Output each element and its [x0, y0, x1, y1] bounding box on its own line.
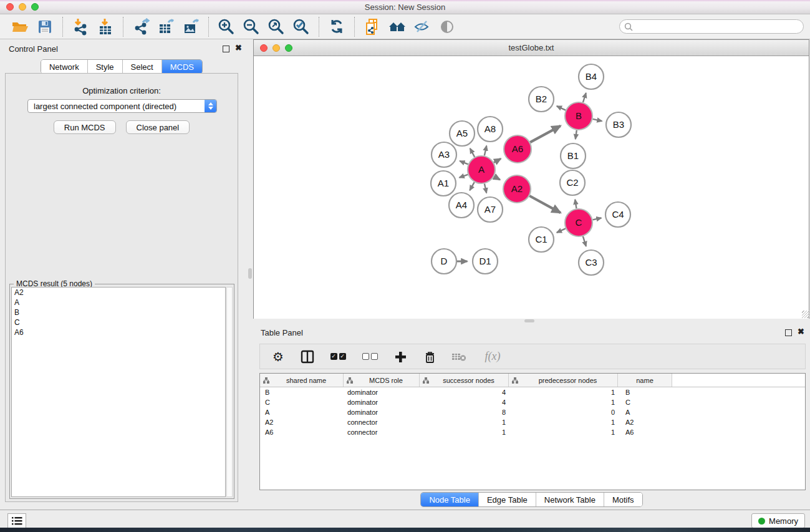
run-mcds-button[interactable]: Run MCDS	[54, 120, 116, 134]
mcds-result-item[interactable]: A2	[12, 288, 225, 297]
tab-style[interactable]: Style	[87, 60, 122, 74]
search-field[interactable]	[619, 19, 804, 34]
graph-node-B3[interactable]: B3	[606, 112, 631, 137]
deselect-all-checks-icon[interactable]	[360, 349, 379, 365]
graph-node-C3[interactable]: C3	[579, 250, 604, 275]
float-table-panel-icon[interactable]	[785, 329, 792, 336]
graph-edge-A-A6[interactable]	[494, 158, 501, 162]
graph-node-B4[interactable]: B4	[579, 64, 604, 89]
mcds-result-list[interactable]: A2ABCA6	[11, 287, 226, 497]
export-image-icon[interactable]	[180, 17, 201, 37]
mcds-result-item[interactable]: A6	[12, 327, 225, 337]
tab-network-table[interactable]: Network Table	[536, 493, 604, 506]
tab-mcds[interactable]: MCDS	[162, 60, 202, 74]
column-header-predecessor-nodes[interactable]: predecessor nodes	[509, 374, 618, 387]
table-row[interactable]: Adominator80A	[260, 407, 805, 417]
import-network-icon[interactable]	[70, 17, 91, 37]
tab-motifs[interactable]: Motifs	[604, 493, 642, 506]
graph-node-A5[interactable]: A5	[450, 121, 475, 146]
task-history-button[interactable]	[7, 513, 26, 528]
hide-details-eye-icon[interactable]	[412, 17, 433, 37]
delete-column-icon[interactable]	[422, 349, 438, 365]
save-session-icon[interactable]	[34, 17, 55, 37]
table-row[interactable]: A6connector11A6	[260, 427, 805, 437]
window-resize-grip[interactable]	[802, 311, 809, 318]
graph-node-A[interactable]: A	[468, 156, 495, 183]
column-layout-icon[interactable]	[299, 349, 316, 365]
graph-edge-A-A3[interactable]	[460, 161, 468, 164]
graph-node-A6[interactable]: A6	[504, 135, 531, 163]
graph-edge-C-C2[interactable]	[575, 200, 576, 208]
graph-node-A8[interactable]: A8	[478, 117, 503, 142]
graph-node-A1[interactable]: A1	[431, 171, 456, 196]
mcds-result-item[interactable]: A	[12, 297, 225, 307]
graph-node-A3[interactable]: A3	[432, 142, 456, 167]
close-panel-icon[interactable]: ✖	[235, 43, 242, 52]
close-panel-button[interactable]: Close panel	[126, 120, 190, 134]
graph-edge-A6-B[interactable]	[530, 126, 561, 142]
zoom-out-icon[interactable]	[241, 17, 262, 37]
column-header-successor-nodes[interactable]: successor nodes	[420, 374, 509, 387]
close-table-panel-icon[interactable]: ✖	[798, 327, 804, 336]
network-window-titlebar[interactable]: testGlobe.txt	[254, 40, 809, 56]
graph-node-A7[interactable]: A7	[478, 197, 503, 222]
graph-edge-A-A8[interactable]	[485, 146, 486, 156]
float-panel-icon[interactable]	[223, 46, 229, 52]
graph-edge-B-B3[interactable]	[592, 119, 602, 121]
graph-node-D[interactable]: D	[432, 249, 456, 274]
tab-select[interactable]: Select	[122, 60, 162, 74]
add-column-icon[interactable]	[392, 349, 408, 365]
table-row[interactable]: Bdominator41B	[260, 387, 805, 397]
home-view-icon[interactable]	[387, 17, 408, 37]
apply-layout-icon[interactable]	[326, 17, 347, 37]
tab-node-table[interactable]: Node Table	[421, 493, 478, 506]
mcds-result-item[interactable]: B	[12, 307, 225, 317]
graph-edge-A-A7[interactable]	[485, 183, 486, 193]
open-session-icon[interactable]	[9, 17, 31, 37]
graph-edge-C-C3[interactable]	[583, 236, 586, 246]
graph-node-C2[interactable]: C2	[560, 170, 585, 195]
network-vertical-scroll-thumb[interactable]	[248, 268, 252, 279]
graph-edge-B-B1[interactable]	[576, 130, 577, 139]
graph-node-A4[interactable]: A4	[449, 193, 474, 218]
column-header-MCDS-role[interactable]: MCDS role	[344, 374, 420, 387]
show-details-eye-icon[interactable]	[436, 17, 458, 37]
export-table-icon[interactable]	[155, 17, 176, 37]
zoom-selected-icon[interactable]	[291, 17, 312, 37]
tab-network[interactable]: Network	[41, 60, 87, 74]
export-network-icon[interactable]	[130, 17, 152, 37]
select-all-checks-icon[interactable]: ✓✓	[329, 349, 347, 365]
network-horizontal-scroll-thumb[interactable]	[524, 319, 534, 322]
search-input[interactable]	[635, 21, 803, 33]
column-header-name[interactable]: name	[618, 374, 672, 387]
graph-node-A2[interactable]: A2	[503, 175, 531, 203]
zoom-in-icon[interactable]	[216, 17, 237, 37]
graph-node-B1[interactable]: B1	[561, 143, 586, 168]
import-table-icon[interactable]	[95, 17, 116, 37]
graph-node-C[interactable]: C	[565, 209, 592, 236]
zoom-fit-icon[interactable]	[266, 17, 287, 37]
tab-edge-table[interactable]: Edge Table	[478, 493, 536, 506]
node-table[interactable]: shared nameMCDS rolesuccessor nodesprede…	[259, 373, 806, 490]
graph-edge-A-A1[interactable]	[460, 175, 468, 178]
graph-node-C4[interactable]: C4	[605, 202, 630, 227]
graph-node-B2[interactable]: B2	[529, 87, 554, 112]
graph-edge-C-C4[interactable]	[593, 218, 602, 220]
memory-button[interactable]: Memory	[751, 513, 805, 528]
graph-edge-A-A2[interactable]	[494, 177, 500, 180]
result-scrollbar[interactable]	[226, 287, 233, 497]
network-canvas[interactable]: AA1A2A3A4A5A6A7A8BB1B2B3B4CC1C2C3C4DD1	[254, 56, 809, 319]
graph-node-B[interactable]: B	[565, 102, 592, 130]
optimization-dropdown[interactable]: largest connected component (directed)	[27, 99, 217, 113]
graph-edge-A2-C[interactable]	[529, 196, 561, 213]
clone-network-icon[interactable]	[362, 17, 383, 37]
column-header-shared-name[interactable]: shared name	[260, 374, 344, 387]
graph-edge-A-A5[interactable]	[470, 148, 475, 157]
graph-edge-B-B4[interactable]	[583, 93, 586, 102]
graph-node-D1[interactable]: D1	[473, 249, 498, 274]
graph-edge-C-C1[interactable]	[557, 228, 566, 232]
graph-edge-A-A4[interactable]	[470, 182, 474, 190]
graph-edge-B-B2[interactable]	[557, 106, 566, 110]
table-settings-icon[interactable]: ⚙	[270, 349, 286, 365]
graph-node-C1[interactable]: C1	[529, 227, 554, 252]
